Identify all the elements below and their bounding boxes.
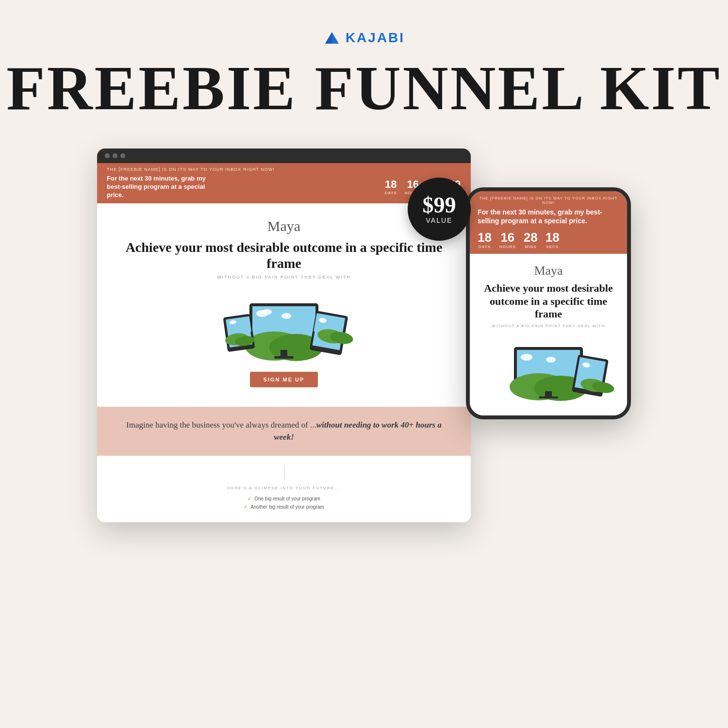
desktop-pink-section: Imagine having the business you've alway… xyxy=(97,407,471,456)
mobile-mins-label: MINS xyxy=(524,245,538,249)
mobile-secs-label: SECS xyxy=(546,245,560,249)
mobile-secs-number: 18 xyxy=(546,231,560,244)
value-badge: $99 VALUE xyxy=(408,178,471,241)
mobile-headline: Achieve your most desirable outcome in a… xyxy=(480,282,617,320)
mobile-device-illustration xyxy=(476,343,621,411)
mobile-scene xyxy=(470,343,627,415)
svg-rect-20 xyxy=(227,316,251,335)
browser-dot-3 xyxy=(120,153,125,158)
countdown-days: 18 DAYS xyxy=(385,179,397,195)
checkmark-icon-2: ✓ xyxy=(244,504,248,510)
mobile-hero: Maya Achieve your most desirable outcome… xyxy=(470,254,627,342)
mobile-top-banner: THE [FREEBIE NAME] IS ON ITS WAY TO YOUR… xyxy=(470,191,627,254)
mobile-days-number: 18 xyxy=(478,231,492,244)
desktop-bullet-1: ✓ One big result of your program xyxy=(116,496,451,501)
kajabi-logo-text: KAJABI xyxy=(346,30,405,46)
mobile-promo-text: For the next 30 minutes, grab my best-se… xyxy=(478,208,619,225)
mobile-countdown-secs: 18 SECS xyxy=(546,231,560,249)
mobile-mockup: THE [FREEBIE NAME] IS ON ITS WAY TO YOUR… xyxy=(466,187,631,419)
svg-rect-32 xyxy=(539,397,558,398)
desktop-pink-text: Imagine having the business you've alway… xyxy=(116,419,451,444)
svg-point-30 xyxy=(546,357,556,363)
mobile-banner-top-text: THE [FREEBIE NAME] IS ON ITS WAY TO YOUR… xyxy=(478,196,619,205)
desktop-white-section: HERE'S A GLIMPSE INTO YOUR FUTURE... ✓ O… xyxy=(97,456,471,522)
desktop-device-illustration xyxy=(211,289,357,372)
mobile-countdown-days: 18 DAYS xyxy=(478,231,492,249)
svg-point-8 xyxy=(262,309,272,315)
desktop-hero: Maya Achieve your most desirable outcome… xyxy=(97,203,471,407)
desktop-signup-button[interactable]: SIGN ME UP xyxy=(250,372,318,387)
mobile-countdown-mins: 28 MINS xyxy=(524,231,538,249)
mobile-countdown: 18 DAYS 16 HOURS 28 MINS 18 SECS xyxy=(478,231,619,249)
desktop-cursive-name: Maya xyxy=(116,218,451,234)
desktop-bullet-2: ✓ Another big result of your program xyxy=(116,504,451,510)
desktop-subheadline: WITHOUT A BIG PAIN POINT THEY DEAL WITH xyxy=(116,275,451,280)
browser-bar xyxy=(97,149,471,163)
desktop-promo-text: For the next 30 minutes, grab my best-se… xyxy=(107,175,214,199)
browser-dot-2 xyxy=(113,153,117,158)
countdown-days-label: DAYS xyxy=(385,191,397,195)
svg-point-29 xyxy=(521,354,532,361)
mobile-countdown-hours: 16 HOURS xyxy=(499,231,516,249)
mobile-hours-number: 16 xyxy=(499,231,516,244)
page-title: FREEBIE FUNNEL KIT xyxy=(6,56,721,119)
mobile-cursive-name: Maya xyxy=(480,264,617,278)
desktop-divider xyxy=(284,465,284,480)
mobile-subheadline: WITHOUT A BIG PAIN POINT THEY DEAL WITH xyxy=(480,324,617,328)
kajabi-icon xyxy=(323,29,341,47)
value-price: $99 xyxy=(423,194,456,216)
page-header: KAJABI FREEBIE FUNNEL KIT xyxy=(0,0,728,119)
svg-marker-1 xyxy=(325,32,332,44)
kajabi-logo: KAJABI xyxy=(323,29,405,47)
svg-rect-10 xyxy=(281,350,287,357)
countdown-days-number: 18 xyxy=(385,179,397,190)
svg-rect-11 xyxy=(274,356,294,359)
desktop-glimpse-label: HERE'S A GLIMPSE INTO YOUR FUTURE... xyxy=(116,486,451,490)
svg-rect-31 xyxy=(545,391,552,397)
mobile-hours-label: HOURS xyxy=(499,245,516,249)
desktop-headline: Achieve your most desirable outcome in a… xyxy=(116,239,451,272)
desktop-banner-top-text: THE [FREEBIE NAME] IS ON ITS WAY TO YOUR… xyxy=(107,167,461,172)
mobile-mins-number: 28 xyxy=(524,231,538,244)
mobile-days-label: DAYS xyxy=(478,245,492,249)
desktop-banner-main: For the next 30 minutes, grab my best-se… xyxy=(107,175,461,199)
value-label: VALUE xyxy=(426,216,453,224)
browser-dot-1 xyxy=(105,153,110,158)
svg-point-9 xyxy=(281,313,291,319)
checkmark-icon-1: ✓ xyxy=(248,496,251,501)
devices-container: THE [FREEBIE NAME] IS ON ITS WAY TO YOUR… xyxy=(97,149,631,634)
